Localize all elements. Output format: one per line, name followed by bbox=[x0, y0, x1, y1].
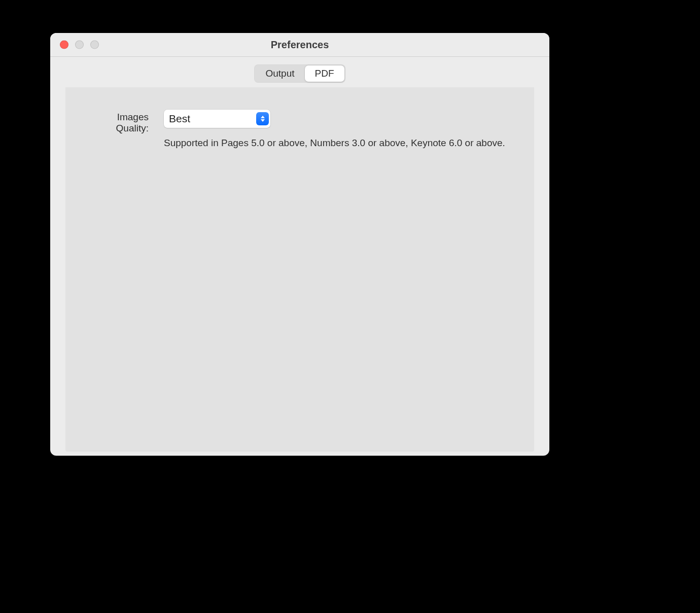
window-title: Preferences bbox=[271, 39, 329, 51]
preferences-window: Preferences Output PDF Images Quality: B… bbox=[50, 33, 549, 456]
close-icon[interactable] bbox=[60, 41, 68, 49]
window-controls bbox=[60, 41, 99, 49]
titlebar: Preferences bbox=[50, 33, 549, 57]
images-quality-value: Best bbox=[164, 113, 190, 125]
images-quality-hint: Supported in Pages 5.0 or above, Numbers… bbox=[164, 136, 521, 151]
tab-output[interactable]: Output bbox=[255, 65, 304, 82]
tab-pdf[interactable]: PDF bbox=[305, 65, 344, 82]
minimize-icon bbox=[75, 41, 84, 49]
maximize-icon bbox=[90, 41, 99, 49]
tab-segmented-control: Output PDF bbox=[254, 64, 345, 83]
images-quality-field-cell: Best Supported in Pages 5.0 or above, Nu… bbox=[164, 110, 521, 151]
images-quality-label-cell: Images Quality: bbox=[83, 110, 164, 134]
images-quality-popup[interactable]: Best bbox=[164, 110, 270, 128]
images-quality-row: Images Quality: Best Supported in Pages … bbox=[83, 110, 521, 151]
toolbar: Output PDF bbox=[50, 57, 549, 87]
tab-pdf-label: PDF bbox=[315, 68, 334, 79]
content-panel: Images Quality: Best Supported in Pages … bbox=[65, 87, 534, 452]
images-quality-label: Images Quality: bbox=[116, 112, 149, 133]
chevron-up-down-icon bbox=[256, 112, 269, 125]
tab-output-label: Output bbox=[265, 68, 294, 79]
